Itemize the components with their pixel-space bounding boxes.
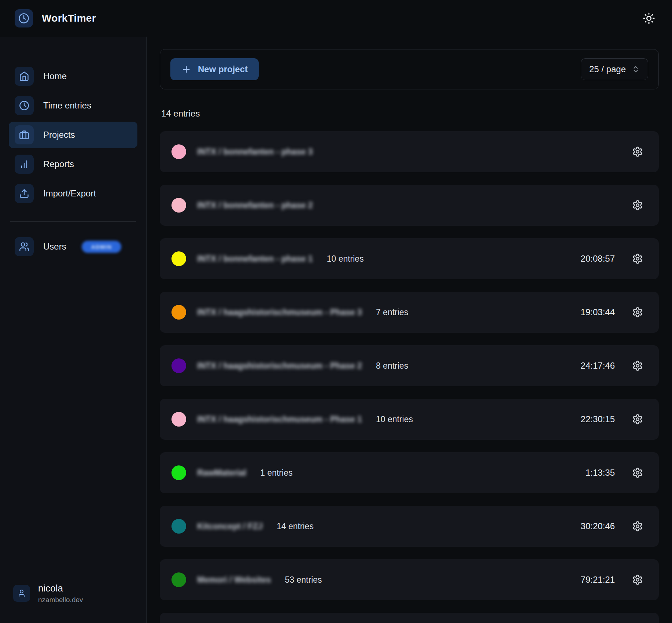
project-color-dot <box>171 358 186 373</box>
project-total-time: 79:21:21 <box>581 575 615 585</box>
user-profile[interactable]: nicola nzambello.dev <box>9 580 137 607</box>
profile-name: nicola <box>38 583 83 594</box>
project-color-dot <box>171 412 186 427</box>
sidebar-item-label: Reports <box>43 159 74 169</box>
project-settings-button[interactable] <box>629 572 646 588</box>
project-settings-button[interactable] <box>629 197 646 213</box>
project-color-dot <box>171 198 186 213</box>
admin-badge: ADMIN <box>82 241 122 253</box>
sidebar: Home Time entries Projects Reports Impor… <box>0 37 147 623</box>
brand: WorkTimer <box>15 9 96 27</box>
bar-chart-icon <box>15 155 34 174</box>
gear-icon <box>632 574 643 585</box>
project-settings-button[interactable] <box>629 518 646 534</box>
project-row[interactable]: Kitconcept / FZJ 14 entries 30:20:46 <box>160 506 659 547</box>
sun-icon <box>643 12 655 25</box>
new-project-label: New project <box>198 64 248 74</box>
project-name: INTX / haagshistorischmuseum - Phase 2 <box>197 361 362 371</box>
project-total-time: 1:13:35 <box>586 468 615 478</box>
home-icon <box>15 67 34 86</box>
sidebar-item-projects[interactable]: Projects <box>9 122 137 148</box>
project-row[interactable]: INTX / bonnefanten - phase 1 10 entries … <box>160 238 659 279</box>
project-settings-button[interactable] <box>629 465 646 481</box>
toolbar: New project 25 / page <box>160 49 659 89</box>
project-color-dot <box>171 572 186 587</box>
profile-text: nicola nzambello.dev <box>38 583 83 604</box>
project-entries-count: 14 entries <box>277 521 314 531</box>
users-icon <box>15 237 34 256</box>
project-row[interactable]: INTX / bonnefanten - phase 3 <box>160 131 659 172</box>
project-entries-count: 10 entries <box>376 414 413 424</box>
project-name: INTX / bonnefanten - phase 1 <box>197 254 313 264</box>
page-size-select[interactable]: 25 / page <box>581 58 648 80</box>
project-name: INTX / haagshistorischmuseum - Phase 1 <box>197 414 362 424</box>
gear-icon <box>632 146 643 157</box>
project-name: RawMaterial <box>197 468 246 478</box>
topbar: WorkTimer <box>0 0 672 37</box>
project-row-partial <box>160 613 659 623</box>
project-total-time: 19:03:44 <box>581 307 615 317</box>
profile-subtitle: nzambello.dev <box>38 596 83 604</box>
project-entries-count: 53 entries <box>285 575 322 585</box>
project-color-dot <box>171 251 186 266</box>
project-color-dot <box>171 305 186 320</box>
upload-icon <box>15 184 34 203</box>
gear-icon <box>632 307 643 318</box>
sidebar-item-import-export[interactable]: Import/Export <box>9 180 137 207</box>
app-root: WorkTimer Home Time entries Projects Rep… <box>0 0 672 623</box>
plus-icon <box>181 64 191 74</box>
sidebar-item-label: Import/Export <box>43 188 96 199</box>
project-color-dot <box>171 144 186 159</box>
project-row[interactable]: INTX / haagshistorischmuseum - Phase 2 8… <box>160 345 659 386</box>
project-row[interactable]: INTX / haagshistorischmuseum - Phase 3 7… <box>160 292 659 333</box>
project-total-time: 30:20:46 <box>581 521 615 531</box>
sidebar-item-reports[interactable]: Reports <box>9 151 137 177</box>
gear-icon <box>632 467 643 478</box>
chevrons-up-down-icon <box>632 65 640 73</box>
project-total-time: 20:08:57 <box>581 254 615 264</box>
project-name: INTX / haagshistorischmuseum - Phase 3 <box>197 307 362 317</box>
project-row[interactable]: Memori / Websites 53 entries 79:21:21 <box>160 559 659 600</box>
project-color-dot <box>171 519 186 534</box>
project-total-time: 24:17:46 <box>581 361 615 371</box>
project-entries-count: 7 entries <box>376 307 408 317</box>
project-total-time: 22:30:15 <box>581 414 615 424</box>
project-name: Kitconcept / FZJ <box>197 521 263 531</box>
project-list: INTX / bonnefanten - phase 3 INTX / bonn… <box>160 131 659 623</box>
project-entries-count: 8 entries <box>376 361 408 371</box>
gear-icon <box>632 414 643 425</box>
sidebar-item-label: Projects <box>43 130 75 140</box>
sidebar-nav: Home Time entries Projects Reports Impor… <box>9 63 137 207</box>
project-row[interactable]: INTX / haagshistorischmuseum - Phase 1 1… <box>160 399 659 440</box>
sidebar-item-time-entries[interactable]: Time entries <box>9 92 137 119</box>
project-entries-count: 1 entries <box>260 468 292 478</box>
gear-icon <box>632 200 643 211</box>
gear-icon <box>632 360 643 371</box>
new-project-button[interactable]: New project <box>170 58 259 80</box>
theme-toggle-button[interactable] <box>640 10 657 27</box>
app-title: WorkTimer <box>42 12 96 24</box>
sidebar-item-users[interactable]: Users ADMIN <box>9 233 137 260</box>
sidebar-divider <box>10 221 136 222</box>
sidebar-item-label: Time entries <box>43 100 91 111</box>
project-settings-button[interactable] <box>629 144 646 160</box>
app-logo-clock-icon <box>15 9 33 27</box>
entries-count: 14 entries <box>161 108 657 119</box>
project-name: INTX / bonnefanten - phase 3 <box>197 147 313 157</box>
project-color-dot <box>171 465 186 480</box>
project-row[interactable]: RawMaterial 1 entries 1:13:35 <box>160 452 659 493</box>
gear-icon <box>632 521 643 532</box>
project-settings-button[interactable] <box>629 358 646 374</box>
project-entries-count: 10 entries <box>327 254 364 264</box>
project-name: Memori / Websites <box>197 575 271 585</box>
sidebar-item-home[interactable]: Home <box>9 63 137 89</box>
project-settings-button[interactable] <box>629 411 646 427</box>
sidebar-item-label: Users <box>43 242 66 252</box>
project-row[interactable]: INTX / bonnefanten - phase 2 <box>160 185 659 226</box>
clock-icon <box>15 96 34 115</box>
gear-icon <box>632 253 643 264</box>
project-settings-button[interactable] <box>629 304 646 320</box>
user-icon <box>13 585 30 602</box>
project-settings-button[interactable] <box>629 251 646 267</box>
page-size-value: 25 / page <box>589 64 626 74</box>
